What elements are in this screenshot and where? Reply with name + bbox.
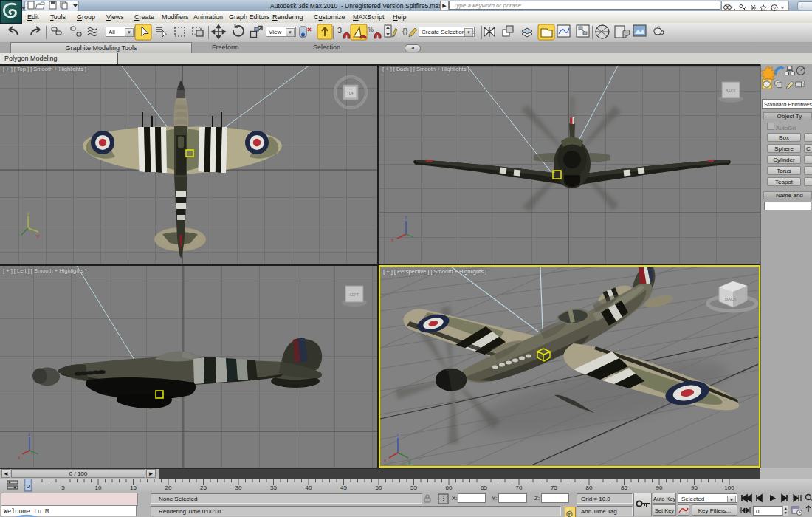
svg-text:85: 85 bbox=[621, 485, 627, 491]
svg-text:10: 10 bbox=[95, 485, 102, 491]
svg-text:40: 40 bbox=[306, 485, 312, 491]
svg-text:z: z bbox=[405, 215, 407, 220]
svg-text:3: 3 bbox=[337, 26, 342, 35]
svg-text:x: x bbox=[18, 455, 21, 460]
svg-text:5: 5 bbox=[61, 485, 65, 491]
svg-text:30: 30 bbox=[235, 485, 242, 491]
svg-text:BACK: BACK bbox=[726, 89, 736, 93]
svg-text:BACK: BACK bbox=[725, 297, 737, 301]
svg-text:{}: {} bbox=[402, 27, 408, 35]
svg-text:z: z bbox=[28, 431, 31, 436]
svg-text:TOP: TOP bbox=[347, 91, 355, 95]
svg-text:65: 65 bbox=[481, 485, 487, 491]
svg-text:15: 15 bbox=[130, 485, 137, 491]
svg-text:?: ? bbox=[773, 6, 776, 11]
svg-text:100: 100 bbox=[724, 485, 734, 491]
svg-text:20: 20 bbox=[165, 485, 172, 491]
svg-text:95: 95 bbox=[691, 485, 698, 491]
svg-text:%: % bbox=[368, 26, 374, 33]
svg-text:x: x bbox=[37, 233, 40, 239]
svg-text:80: 80 bbox=[586, 485, 593, 491]
svg-text:x: x bbox=[384, 458, 387, 463]
svg-text:25: 25 bbox=[200, 485, 207, 491]
svg-text:50: 50 bbox=[376, 485, 382, 491]
svg-text:90: 90 bbox=[656, 485, 663, 491]
svg-text:60: 60 bbox=[446, 485, 453, 491]
svg-text:0: 0 bbox=[27, 483, 30, 490]
svg-text:x: x bbox=[391, 237, 394, 242]
svg-text:y: y bbox=[27, 210, 30, 216]
svg-text:y: y bbox=[408, 459, 411, 465]
svg-text:70: 70 bbox=[516, 485, 523, 491]
svg-text:55: 55 bbox=[410, 485, 417, 491]
svg-text:45: 45 bbox=[340, 485, 347, 491]
svg-text:35: 35 bbox=[270, 485, 277, 491]
svg-text:z: z bbox=[396, 432, 399, 437]
svg-text:75: 75 bbox=[551, 485, 557, 491]
svg-text:LEFT: LEFT bbox=[350, 292, 359, 297]
